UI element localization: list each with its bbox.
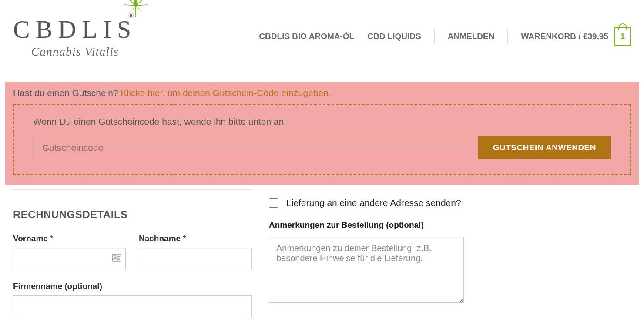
cart-label: WARENKORB / €39,95 bbox=[521, 32, 608, 41]
company-label: Firmenname (optional) bbox=[13, 282, 252, 291]
coupon-banner: Hast du einen Gutschein? Klicke hier, um… bbox=[5, 82, 639, 185]
nav-separator bbox=[434, 29, 435, 44]
first-name-label: Vorname * bbox=[13, 234, 126, 243]
nav-login[interactable]: ANMELDEN bbox=[448, 32, 495, 41]
ship-to-different-checkbox[interactable] bbox=[269, 198, 278, 208]
last-name-label: Nachname * bbox=[139, 234, 252, 243]
first-name-input[interactable] bbox=[13, 248, 126, 269]
logo-main: CBDLIS ® bbox=[13, 15, 137, 44]
nav-aroma-oil[interactable]: CBDLIS BIO AROMA-ÖL bbox=[259, 32, 354, 41]
last-name-input[interactable] bbox=[139, 248, 252, 269]
coupon-prompt: Hast du einen Gutschein? Klicke hier, um… bbox=[13, 88, 631, 98]
main-nav: CBDLIS BIO AROMA-ÖL CBD LIQUIDS ANMELDEN… bbox=[259, 27, 631, 46]
site-header: CBDLIS ® Cannabis Vitalis CBDLIS BIO ARO… bbox=[0, 0, 644, 82]
order-notes-textarea[interactable] bbox=[269, 237, 464, 303]
apply-coupon-button[interactable]: GUTSCHEIN ANWENDEN bbox=[478, 136, 611, 159]
company-input[interactable] bbox=[13, 295, 252, 317]
shipping-column: Lieferung an eine andere Adresse senden?… bbox=[269, 189, 631, 329]
cart-price: €39,95 bbox=[583, 32, 608, 41]
nav-cart[interactable]: WARENKORB / €39,95 1 bbox=[521, 27, 631, 46]
ship-to-different-label[interactable]: Lieferung an eine andere Adresse senden? bbox=[269, 198, 631, 208]
order-notes-label: Anmerkungen zur Bestellung (optional) bbox=[269, 220, 631, 230]
nav-separator bbox=[507, 29, 508, 44]
billing-title: RECHNUNGSDETAILS bbox=[13, 209, 252, 221]
ship-to-different-text: Lieferung an eine andere Adresse senden? bbox=[286, 198, 461, 208]
registered-icon: ® bbox=[128, 12, 139, 20]
logo[interactable]: CBDLIS ® Cannabis Vitalis bbox=[13, 15, 137, 59]
coupon-box-message: Wenn Du einen Gutscheincode hast, wende … bbox=[33, 116, 611, 127]
coupon-code-input[interactable] bbox=[33, 136, 478, 159]
cart-count: 1 bbox=[621, 32, 625, 41]
nav-cbd-liquids[interactable]: CBD LIQUIDS bbox=[367, 32, 421, 41]
billing-column: RECHNUNGSDETAILS Vorname * Nachname * Fi… bbox=[13, 189, 252, 329]
contact-card-icon bbox=[112, 254, 121, 263]
cart-bag-icon[interactable]: 1 bbox=[614, 27, 631, 46]
svg-point-2 bbox=[114, 256, 116, 258]
logo-sub: Cannabis Vitalis bbox=[31, 45, 118, 59]
coupon-box: Wenn Du einen Gutscheincode hast, wende … bbox=[13, 104, 631, 175]
divider bbox=[13, 189, 252, 190]
coupon-toggle-link[interactable]: Klicke hier, um deinen Gutschein-Code ei… bbox=[121, 88, 331, 98]
checkout-main: RECHNUNGSDETAILS Vorname * Nachname * Fi… bbox=[0, 185, 644, 329]
